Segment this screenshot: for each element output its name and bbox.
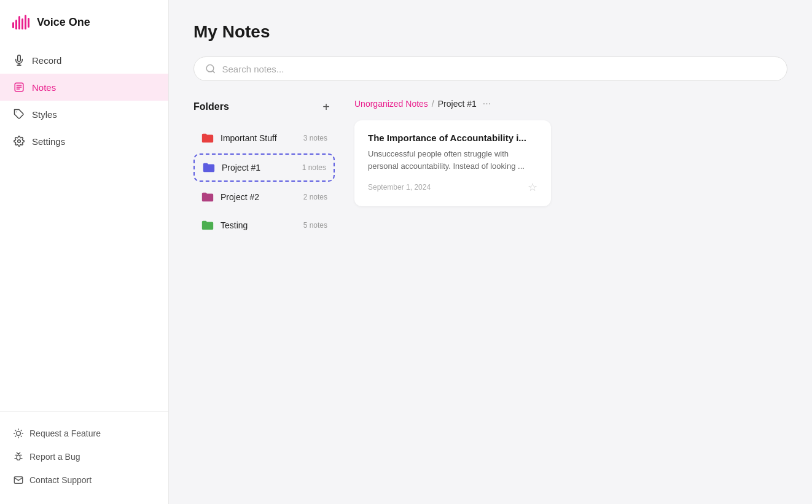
- lightbulb-icon: [14, 428, 23, 438]
- folder-count-project1: 1 notes: [302, 163, 326, 172]
- note-date: September 1, 2024: [368, 183, 431, 192]
- bug-icon: [14, 452, 23, 462]
- folder-count-important: 3 notes: [303, 134, 327, 142]
- svg-rect-0: [12, 22, 14, 28]
- svg-point-14: [17, 432, 21, 436]
- folders-header: Folders +: [193, 98, 335, 115]
- folder-count-testing: 5 notes: [303, 221, 327, 230]
- contact-support-label: Contact Support: [29, 475, 92, 485]
- request-feature-label: Request a Feature: [29, 428, 101, 438]
- report-bug-label: Report a Bug: [29, 452, 80, 462]
- logo-area: Voice One: [0, 0, 168, 42]
- folder-list: Important Stuff 3 notes Project #1 1 not…: [193, 125, 335, 238]
- folder-item-left-p2: Project #2: [201, 190, 259, 204]
- folder-item-left-testing: Testing: [201, 219, 248, 232]
- svg-rect-5: [28, 18, 29, 28]
- add-folder-button[interactable]: +: [318, 98, 335, 115]
- note-excerpt: Unsuccessful people often struggle with …: [368, 148, 537, 172]
- sidebar-item-label-notes: Notes: [32, 82, 56, 93]
- mail-icon: [14, 475, 23, 485]
- notes-icon: [14, 82, 25, 93]
- folder-item-testing[interactable]: Testing 5 notes: [193, 212, 335, 238]
- folder-count-project2: 2 notes: [303, 193, 327, 201]
- folders-label: Folders: [193, 101, 229, 112]
- search-input[interactable]: [222, 64, 776, 74]
- folder-item-project2[interactable]: Project #2 2 notes: [193, 184, 335, 210]
- contact-support-link[interactable]: Contact Support: [0, 468, 168, 492]
- gear-icon: [14, 136, 25, 147]
- sidebar: Voice One Record Notes: [0, 0, 169, 504]
- folder-item-project1[interactable]: Project #1 1 notes: [193, 153, 335, 182]
- folder-item-important-stuff[interactable]: Important Stuff 3 notes: [193, 125, 335, 151]
- search-bar: [193, 56, 787, 81]
- request-feature-link[interactable]: Request a Feature: [0, 422, 168, 445]
- logo-icon: [12, 14, 32, 31]
- breadcrumb-separator: /: [432, 99, 434, 109]
- folder-name-important: Important Stuff: [221, 133, 277, 143]
- report-bug-link[interactable]: Report a Bug: [0, 445, 168, 468]
- notes-panel: Unorganized Notes / Project #1 ··· The I…: [354, 98, 787, 492]
- sidebar-item-label-record: Record: [32, 55, 61, 66]
- svg-point-13: [18, 140, 21, 143]
- sidebar-item-settings[interactable]: Settings: [0, 128, 168, 155]
- breadcrumb-current: Project #1: [438, 99, 477, 109]
- breadcrumb-more-button[interactable]: ···: [483, 98, 491, 109]
- sidebar-bottom: Request a Feature Report a Bug Contact S…: [0, 411, 168, 504]
- svg-rect-23: [17, 455, 20, 460]
- sidebar-item-label-settings: Settings: [32, 136, 65, 147]
- svg-rect-4: [25, 15, 26, 29]
- page-title: My Notes: [193, 22, 787, 42]
- svg-line-18: [21, 436, 21, 436]
- sidebar-item-notes[interactable]: Notes: [0, 74, 168, 101]
- svg-line-25: [213, 71, 214, 72]
- content-row: Folders + Important Stuff 3 notes: [193, 98, 787, 492]
- folder-icon-important: [201, 131, 214, 145]
- main-inner: My Notes Folders +: [169, 0, 812, 504]
- svg-rect-1: [15, 20, 17, 29]
- folder-icon-project2: [201, 190, 214, 204]
- main-content: My Notes Folders +: [169, 0, 812, 504]
- svg-line-21: [15, 436, 16, 436]
- note-title: The Importance of Accountability i...: [368, 133, 537, 143]
- app-name: Voice One: [37, 16, 90, 29]
- svg-line-22: [21, 430, 21, 431]
- folder-item-left: Important Stuff: [201, 131, 277, 145]
- sidebar-item-label-styles: Styles: [32, 109, 57, 120]
- star-icon[interactable]: ☆: [528, 180, 537, 194]
- folders-panel: Folders + Important Stuff 3 notes: [193, 98, 335, 492]
- svg-rect-3: [21, 18, 23, 29]
- breadcrumb: Unorganized Notes / Project #1 ···: [354, 98, 787, 109]
- folder-name-project1: Project #1: [222, 163, 260, 173]
- svg-rect-2: [18, 16, 20, 29]
- tag-icon: [14, 109, 25, 120]
- folder-icon-testing: [201, 219, 214, 232]
- note-footer: September 1, 2024 ☆: [368, 180, 537, 194]
- folder-name-project2: Project #2: [221, 192, 259, 202]
- folder-name-testing: Testing: [221, 220, 248, 230]
- folder-item-left-p1: Project #1: [202, 161, 260, 174]
- search-icon: [205, 63, 216, 74]
- note-card[interactable]: The Importance of Accountability i... Un…: [354, 120, 551, 206]
- mic-icon: [14, 55, 25, 66]
- sidebar-item-record[interactable]: Record: [0, 47, 168, 74]
- folder-icon-project1: [202, 161, 216, 174]
- svg-line-17: [15, 430, 16, 431]
- breadcrumb-link[interactable]: Unorganized Notes: [354, 99, 428, 109]
- nav-items: Record Notes Styles Set: [0, 42, 168, 411]
- sidebar-item-styles[interactable]: Styles: [0, 101, 168, 128]
